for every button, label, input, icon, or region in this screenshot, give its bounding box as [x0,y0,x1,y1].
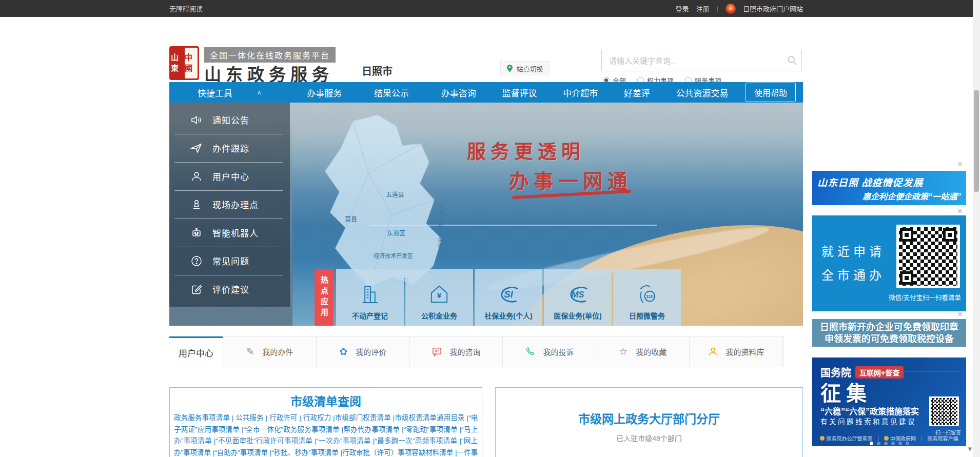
scrollbar-track[interactable] [973,0,980,457]
city-lists-links[interactable]: 政务服务事项清单 | 公共服务 | 行政许可 | 行政权力 |市级部门权责清单 … [174,412,478,457]
sidebar-item-user-center[interactable]: 用户中心 [169,162,290,190]
tile-medical-insurance[interactable]: MS 医保业务(单位) [544,269,612,326]
nav-item-banshi-fuwu[interactable]: 办事服务 [306,84,343,101]
dot[interactable] [898,442,902,445]
shandong-seal-logo: 山東 中國 [169,46,199,80]
tab-my-favorites[interactable]: ☆ 我的收藏 [596,336,690,367]
tab-my-consultations[interactable]: 我的咨询 [410,336,503,367]
gov-portal-link[interactable]: 日照市政府门户网站 [743,4,803,13]
login-link[interactable]: 登录 [676,4,689,13]
help-button[interactable]: 使用帮助 [746,83,796,102]
tab-my-items[interactable]: ✎ 我的办件 [223,336,317,367]
banner-line: 日照市新开办企业可免费领取印章 [812,322,966,333]
emblem-icon [884,436,889,441]
register-link[interactable]: 注册 [696,4,710,13]
tab-label: 我的收藏 [636,346,667,357]
real-estate-icon [357,279,383,310]
tile-micro-police[interactable]: 110 日照微警务 [613,269,681,326]
paper-plane-icon [190,142,203,155]
search-input[interactable] [602,56,783,65]
housing-fund-icon: ¥ [426,279,453,310]
nav-item-banshi-zixun[interactable]: 办事咨询 [440,84,477,101]
sidebar-item-label: 常见问题 [212,254,249,267]
user-icon [190,170,203,183]
accessibility-link[interactable]: 无障碍阅读 [169,4,203,13]
main-nav: 快捷工具 ∧ 办事服务 结果公示 办事咨询 监督评议 中介超市 好差评 公共资源… [169,82,803,103]
close-icon[interactable]: × [955,310,965,319]
tile-label: 不动产登记 [352,310,388,321]
scroll-down-icon[interactable]: ▼ [967,445,973,453]
tab-my-reviews[interactable]: ✿ 我的评价 [317,336,410,367]
sidebar-item-notices[interactable]: 通知公告 [169,106,290,134]
tile-real-estate[interactable]: 不动产登记 [336,269,404,326]
dot[interactable] [891,442,895,445]
dept-hall-subtitle: 已入驻市级48个部门 [496,433,802,443]
edit-icon [190,283,203,296]
hero-banner: 五莲县 莒县 东港区 经济技术开发区 岚山区 山海天旅游度假区 服务更透明 办事… [169,103,803,326]
map-label-donggang[interactable]: 东港区 [387,228,405,237]
tab-label: 我的投诉 [543,346,574,357]
dot[interactable] [884,442,888,445]
close-icon[interactable]: × [955,207,965,216]
epidemic-policy-banner[interactable]: 山东日照 战疫情促发展 惠企利企便企政策“一站通” [812,171,966,205]
new-business-banner[interactable]: 日照市新开办企业可免费领取印章 申领发票的可免费领取税控设备 [812,319,966,347]
site-switch-button[interactable]: 站点切换 [500,61,550,75]
sidebar-item-robot[interactable]: 智能机器人 [169,218,290,247]
qr-code [896,225,960,288]
star-icon: ☆ [619,347,628,356]
dot[interactable] [870,442,873,445]
hot-apps-tab: 热点应用 [315,269,334,326]
sidebar-item-faq[interactable]: 常见问题 [169,247,290,275]
nav-quick-tools[interactable]: 快捷工具 ∧ [169,82,290,103]
map-label-shanhaitian[interactable]: 山海天旅游度假区 [436,203,444,256]
map-label-kaifaqu[interactable]: 经济技术开发区 [374,251,413,260]
city-name: 日照市 [362,63,393,78]
banner-slogan-2: 办事一网通 [509,165,632,194]
tab-user-center[interactable]: 用户中心 [169,336,223,367]
tab-label: 我的办件 [262,346,293,357]
map-label-wulian[interactable]: 五莲县 [386,190,404,198]
sidebar-item-label: 办件跟踪 [212,142,249,154]
nav-item-gonggong-ziyuan[interactable]: 公共资源交易 [675,84,730,101]
sidebar-item-service-points[interactable]: 现场办理点 [169,190,290,218]
dot[interactable] [906,442,909,445]
nav-item-zhongjie-chaoshi[interactable]: 中介超市 [562,84,599,101]
platform-badge: 全国一体化在线政务服务平台 [204,47,336,63]
state-council-banner[interactable]: 国务院 互联网+督查 征集 “六稳”“六保”政策措施落实 有关问题线索和意见建议… [812,357,966,446]
sidebar-item-label: 现场办理点 [212,198,259,211]
banner-line: 有关问题线索和意见建议 [820,416,916,426]
speaker-icon [190,113,203,127]
carousel-dots [812,442,966,445]
tile-housing-fund[interactable]: ¥ 公积金业务 [405,269,473,326]
tab-my-library[interactable]: 我的资料库 [690,336,783,367]
qr-caption: 微信/支付宝扫一扫看清单 [889,292,961,302]
tab-label: 我的咨询 [450,346,481,357]
scrollbar-thumb[interactable] [974,90,979,192]
dept-hall-title[interactable]: 市级网上政务大厅部门分厅 [496,409,802,427]
city-lists-title[interactable]: 市级清单查阅 [174,392,478,409]
nav-item-jiandu-pingyi[interactable]: 监督评议 [501,84,538,101]
nav-items: 办事服务 结果公示 办事咨询 监督评议 中介超市 好差评 公共资源交易 [290,82,746,103]
supervision-badge: 互联网+督查 [855,366,904,379]
svg-text:MS: MS [572,290,584,300]
map-label-juxian[interactable]: 莒县 [345,214,357,223]
sidebar-item-label: 评价建议 [212,283,249,295]
qr-code [929,396,959,426]
seal-right-text: 中國 [185,48,198,78]
search-icon[interactable] [783,55,801,66]
footer-org: 国务院办公厅督查室 [826,436,872,442]
svg-text:¥: ¥ [437,291,442,300]
sidebar-item-feedback[interactable]: 评价建议 [169,275,290,303]
tile-social-insurance[interactable]: SI 社保业务(个人) [475,269,542,326]
divider: | [717,5,718,12]
close-icon[interactable]: × [955,160,965,169]
sidebar-item-tracking[interactable]: 办件跟踪 [169,134,290,162]
citywide-apply-banner[interactable]: 就近申请 全市通办 微信/支付宝扫一扫看清单 [812,215,966,311]
svg-text:SI: SI [504,289,513,300]
dot[interactable] [877,442,880,445]
tab-my-complaints[interactable]: 我的投诉 [503,336,596,367]
question-icon [190,254,203,268]
tab-label: 我的评价 [356,346,386,357]
nav-item-jieguo-gongshi[interactable]: 结果公示 [367,83,416,102]
nav-item-haochaping[interactable]: 好差评 [623,84,651,101]
